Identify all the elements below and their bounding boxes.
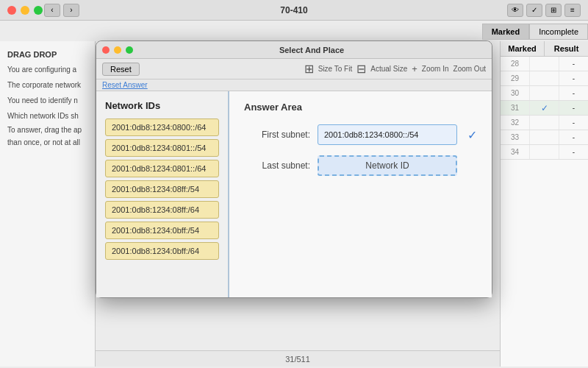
network-id-item[interactable]: 2001:0db8:1234:0800::/64 bbox=[105, 118, 219, 136]
app-window: ‹ › 70-410 👁 ✓ ⊞ ≡ Marked Incomplete DRA… bbox=[0, 0, 588, 368]
actual-size-icon[interactable]: ⊟ bbox=[356, 62, 366, 76]
first-subnet-label: First subnet: bbox=[244, 130, 310, 140]
table-row: 32 - bbox=[501, 116, 588, 130]
row-num: 29 bbox=[501, 71, 530, 85]
network-id-item[interactable]: 2001:0db8:1234:0801::/64 bbox=[105, 160, 219, 177]
zoom-out-label: Zoom Out bbox=[453, 65, 486, 73]
last-subnet-label: Last subnet: bbox=[244, 160, 310, 171]
modal-dialog: Select And Place Reset ⊞ Size To Fit ⊟ A… bbox=[96, 40, 492, 298]
table-row: 33 - bbox=[501, 130, 588, 145]
row-marked bbox=[530, 71, 559, 85]
view-button[interactable]: 👁 bbox=[507, 4, 523, 17]
left-panel: DRAG DROP You are configuring a The corp… bbox=[0, 41, 96, 367]
modal-maximize-button[interactable] bbox=[126, 46, 133, 54]
modal-body: Network IDs 2001:0db8:1234:0800::/64 200… bbox=[96, 91, 492, 297]
result-header: Result bbox=[545, 41, 588, 56]
answer-area-panel: Answer Area First subnet: ✓ Last subnet:… bbox=[229, 91, 492, 297]
maximize-button[interactable] bbox=[34, 6, 43, 15]
minimize-button[interactable] bbox=[21, 6, 29, 15]
title-bar-right: 👁 ✓ ⊞ ≡ bbox=[507, 4, 581, 17]
size-to-fit-label: Size To Fit bbox=[318, 65, 353, 73]
forward-button[interactable]: › bbox=[63, 4, 79, 17]
settings-button[interactable]: ≡ bbox=[564, 4, 581, 17]
back-button[interactable]: ‹ bbox=[44, 4, 60, 17]
modal-close-button[interactable] bbox=[102, 46, 110, 54]
row-marked: ✓ bbox=[530, 101, 559, 115]
modal-toolbar-right: ⊞ Size To Fit ⊟ Actual Size + Zoom In Zo… bbox=[304, 62, 486, 76]
row-num: 32 bbox=[501, 116, 530, 130]
network-id-item[interactable]: 2001:0db8:1234:0801::/54 bbox=[105, 139, 219, 157]
top-strip: Marked Incomplete bbox=[482, 21, 588, 43]
modal-title-bar: Select And Place bbox=[96, 41, 492, 59]
first-subnet-checkmark: ✓ bbox=[467, 128, 477, 142]
title-bar: ‹ › 70-410 👁 ✓ ⊞ ≡ bbox=[0, 0, 588, 21]
row-marked bbox=[530, 57, 559, 71]
table-row: 30 - bbox=[501, 86, 588, 101]
table-row: 31 ✓ - bbox=[501, 101, 588, 116]
network-id-item[interactable]: 2001:0db8:1234:0bff:/64 bbox=[105, 242, 219, 260]
row-num: 34 bbox=[501, 145, 530, 159]
zoom-in-icon[interactable]: + bbox=[412, 63, 417, 74]
row-marked bbox=[530, 86, 559, 100]
right-panel-header: Marked Result bbox=[501, 41, 588, 57]
table-row: 28 - bbox=[501, 57, 588, 71]
modal-second-toolbar: Reset Answer bbox=[96, 79, 492, 91]
row-result: - bbox=[559, 116, 588, 130]
table-row: 29 - bbox=[501, 71, 588, 86]
title-bar-nav: ‹ › bbox=[44, 4, 79, 17]
last-subnet-drop-target[interactable]: Network ID bbox=[318, 155, 457, 176]
row-num: 31 bbox=[501, 101, 530, 115]
incomplete-button[interactable]: Incomplete bbox=[529, 24, 588, 40]
row-result: - bbox=[559, 86, 588, 100]
right-panel: Marked Result 28 - 29 - 30 - bbox=[500, 41, 588, 367]
row-marked bbox=[530, 116, 559, 130]
layout-button[interactable]: ⊞ bbox=[545, 4, 562, 17]
row-result: - bbox=[559, 57, 588, 71]
reset-answer-label[interactable]: Reset Answer bbox=[102, 81, 148, 89]
zoom-in-label: Zoom In bbox=[422, 65, 449, 73]
bottom-bar: 31/511 bbox=[96, 350, 500, 367]
answer-area-title: Answer Area bbox=[244, 102, 477, 113]
network-id-item[interactable]: 2001:0db8:1234:08ff:/54 bbox=[105, 180, 219, 198]
marked-button[interactable]: Marked bbox=[482, 24, 530, 40]
drag-drop-text: DRAG DROP You are configuring a The corp… bbox=[7, 49, 87, 148]
marked-header: Marked bbox=[501, 41, 545, 56]
check-button[interactable]: ✓ bbox=[526, 4, 542, 17]
row-result: - bbox=[559, 101, 588, 115]
row-result: - bbox=[559, 145, 588, 159]
last-subnet-row: Last subnet: Network ID bbox=[244, 155, 477, 176]
row-result: - bbox=[559, 130, 588, 144]
row-marked bbox=[530, 130, 559, 144]
modal-toolbar: Reset ⊞ Size To Fit ⊟ Actual Size + Zoom… bbox=[96, 59, 492, 79]
right-panel-rows: 28 - 29 - 30 - 31 ✓ - bbox=[501, 57, 588, 367]
network-id-item[interactable]: 2001:0db8:1234:08ff:/64 bbox=[105, 201, 219, 219]
row-num: 28 bbox=[501, 57, 530, 71]
first-subnet-input[interactable] bbox=[318, 124, 457, 145]
network-ids-title: Network IDs bbox=[105, 100, 219, 111]
table-row: 34 - bbox=[501, 145, 588, 160]
row-num: 30 bbox=[501, 86, 530, 100]
reset-button[interactable]: Reset bbox=[102, 63, 140, 76]
row-num: 33 bbox=[501, 130, 530, 144]
network-ids-panel: Network IDs 2001:0db8:1234:0800::/64 200… bbox=[96, 91, 229, 297]
network-id-item[interactable]: 2001:0db8:1234:0bff:/54 bbox=[105, 222, 219, 239]
modal-minimize-button[interactable] bbox=[114, 46, 121, 54]
actual-size-label: Actual Size bbox=[370, 65, 407, 73]
size-to-fit-icon[interactable]: ⊞ bbox=[304, 62, 314, 76]
window-title: 70-410 bbox=[280, 5, 307, 15]
title-bar-buttons bbox=[7, 6, 43, 15]
row-result: - bbox=[559, 71, 588, 85]
modal-title: Select And Place bbox=[137, 46, 486, 54]
first-subnet-row: First subnet: ✓ bbox=[244, 124, 477, 145]
pagination-text: 31/511 bbox=[285, 355, 310, 364]
row-marked bbox=[530, 145, 559, 159]
close-button[interactable] bbox=[7, 6, 16, 15]
